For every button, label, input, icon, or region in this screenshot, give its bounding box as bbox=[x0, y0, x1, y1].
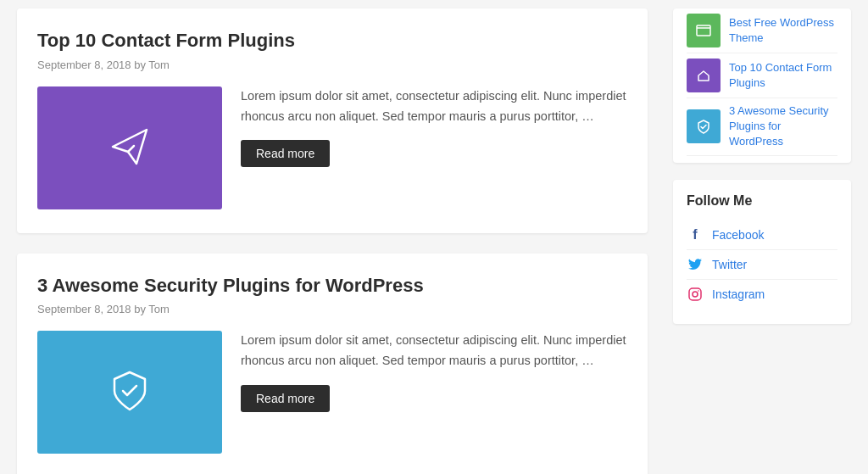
sidebar-recent-posts-partial: Best Free WordPress Theme Top 10 Contact… bbox=[673, 8, 851, 163]
article-meta-security-plugins: September 8, 2018 by Tom bbox=[37, 303, 627, 315]
article-excerpt-contact-form: Lorem ipsum dolor sit amet, consectetur … bbox=[241, 86, 627, 127]
shield-icon bbox=[104, 365, 155, 419]
sidebar-follow-widget: Follow Me f Facebook Twitter bbox=[673, 180, 851, 324]
sidebar-item-title-security[interactable]: 3 Awesome Security Plugins for WordPress bbox=[729, 103, 837, 150]
svg-rect-1 bbox=[689, 288, 701, 300]
social-label-twitter: Twitter bbox=[712, 258, 747, 271]
social-label-facebook: Facebook bbox=[712, 228, 764, 242]
social-label-instagram: Instagram bbox=[712, 287, 765, 301]
article-excerpt-security-plugins: Lorem ipsum dolor sit amet, consectetur … bbox=[241, 331, 627, 371]
article-title-security-plugins: 3 Awesome Security Plugins for WordPress bbox=[37, 274, 627, 298]
sidebar-recent-item-contact: Top 10 Contact Form Plugins bbox=[687, 53, 837, 98]
article-thumbnail-security-plugins bbox=[37, 331, 222, 454]
social-item-instagram[interactable]: Instagram bbox=[687, 280, 837, 309]
article-security-plugins: 3 Awesome Security Plugins for WordPress… bbox=[17, 254, 648, 474]
social-list: f Facebook Twitter bbox=[687, 220, 837, 309]
article-title-contact-form: Top 10 Contact Form Plugins bbox=[37, 29, 627, 53]
paper-plane-icon bbox=[104, 121, 155, 175]
follow-me-title: Follow Me bbox=[687, 193, 837, 209]
sidebar-thumb-contact bbox=[687, 59, 721, 92]
sidebar-item-title-theme[interactable]: Best Free WordPress Theme bbox=[729, 15, 837, 46]
social-item-twitter[interactable]: Twitter bbox=[687, 250, 837, 280]
article-meta-contact-form: September 8, 2018 by Tom bbox=[37, 59, 627, 71]
read-more-button-contact-form[interactable]: Read more bbox=[241, 140, 330, 167]
instagram-icon bbox=[687, 286, 704, 303]
sidebar-recent-item-security: 3 Awesome Security Plugins for WordPress bbox=[687, 98, 837, 156]
article-contact-form: Top 10 Contact Form Plugins September 8,… bbox=[17, 8, 648, 233]
sidebar-item-title-contact[interactable]: Top 10 Contact Form Plugins bbox=[729, 60, 837, 91]
article-thumbnail-contact-form bbox=[37, 86, 222, 209]
facebook-icon: f bbox=[687, 226, 704, 243]
sidebar: Best Free WordPress Theme Top 10 Contact… bbox=[673, 8, 851, 474]
sidebar-thumb-theme bbox=[687, 14, 721, 47]
social-item-facebook[interactable]: f Facebook bbox=[687, 220, 837, 250]
svg-rect-0 bbox=[697, 25, 710, 36]
article-body-security-plugins: Lorem ipsum dolor sit amet, consectetur … bbox=[37, 331, 627, 454]
sidebar-thumb-security bbox=[687, 109, 721, 143]
svg-point-2 bbox=[693, 292, 698, 297]
main-content: Top 10 Contact Form Plugins September 8,… bbox=[17, 8, 648, 474]
article-body-contact-form: Lorem ipsum dolor sit amet, consectetur … bbox=[37, 86, 627, 209]
page-layout: Top 10 Contact Form Plugins September 8,… bbox=[0, 0, 868, 474]
sidebar-recent-item-theme: Best Free WordPress Theme bbox=[687, 8, 837, 53]
article-text-contact-form: Lorem ipsum dolor sit amet, consectetur … bbox=[241, 86, 627, 168]
read-more-button-security-plugins[interactable]: Read more bbox=[241, 385, 330, 412]
article-text-security-plugins: Lorem ipsum dolor sit amet, consectetur … bbox=[241, 331, 627, 412]
svg-point-3 bbox=[698, 290, 699, 292]
twitter-icon bbox=[687, 256, 704, 273]
